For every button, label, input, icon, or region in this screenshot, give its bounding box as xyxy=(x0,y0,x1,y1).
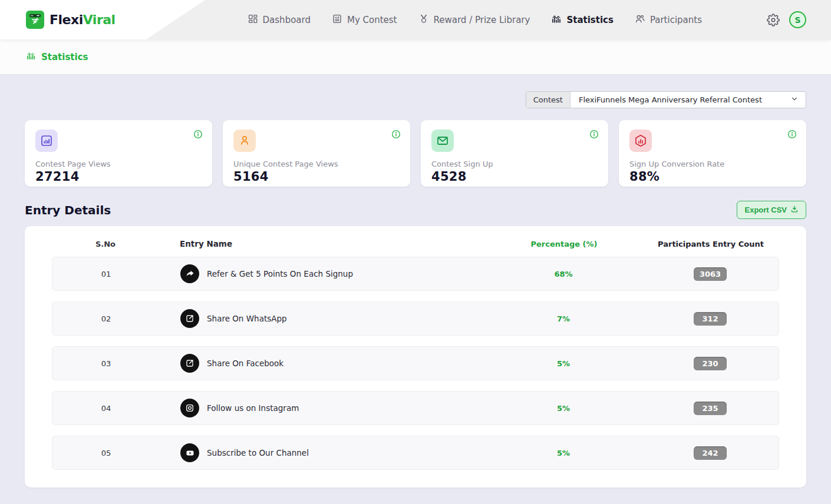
conversion-hexagon-icon xyxy=(629,130,652,152)
table-header-row: S.No Entry Name Percentage (%) Participa… xyxy=(52,239,779,257)
row-sno: 02 xyxy=(52,314,160,323)
flexiviral-logo-icon xyxy=(26,11,44,29)
entry-name: Follow us on Instagram xyxy=(207,403,299,413)
stat-card-value: 88% xyxy=(629,170,796,184)
settings-gear-icon[interactable] xyxy=(767,14,780,26)
row-sno: 03 xyxy=(52,359,160,368)
col-header-entry-count: Participants Entry Count xyxy=(642,240,779,248)
youtube-icon xyxy=(180,443,199,462)
contest-doc-icon xyxy=(332,14,342,26)
col-header-percentage: Percentage (%) xyxy=(486,240,642,248)
contest-select-label: Contest xyxy=(526,92,571,108)
stat-card-unique-page-views: Unique Contest Page Views 5164 xyxy=(223,120,410,187)
nav-item-my-contest[interactable]: My Contest xyxy=(332,14,397,26)
info-icon[interactable] xyxy=(391,130,401,139)
entry-name: Share On Facebook xyxy=(207,359,283,368)
info-icon[interactable] xyxy=(787,130,797,139)
top-navbar: FlexiViral Dashboard My Contest xyxy=(0,0,831,39)
entry-percentage: 5% xyxy=(485,359,642,368)
entry-count-badge: 312 xyxy=(694,312,727,326)
table-row: 01 Refer & Get 5 Points On Each Signup 6… xyxy=(52,257,779,291)
nav-item-participants[interactable]: Participants xyxy=(635,14,702,26)
export-csv-label: Export CSV xyxy=(744,205,787,214)
entry-count-badge: 230 xyxy=(694,357,727,370)
page-views-chart-icon xyxy=(35,130,58,152)
brand-name: FlexiViral xyxy=(50,12,116,27)
entry-count-badge: 235 xyxy=(694,402,727,415)
stat-cards-row: Contest Page Views 27214 Unique Contest … xyxy=(25,120,806,187)
info-icon[interactable] xyxy=(589,130,599,139)
stat-card-contest-page-views: Contest Page Views 27214 xyxy=(25,120,212,187)
stat-card-label: Unique Contest Page Views xyxy=(233,160,400,168)
stat-card-label: Contest Page Views xyxy=(35,160,202,168)
breadcrumb-bar: Statistics xyxy=(0,39,831,75)
nav-label: Statistics xyxy=(566,15,613,25)
row-sno: 05 xyxy=(52,449,160,457)
page-title: Entry Details xyxy=(25,203,111,217)
bar-chart-icon xyxy=(26,51,36,63)
brand-logo[interactable]: FlexiViral xyxy=(26,11,116,29)
breadcrumb[interactable]: Statistics xyxy=(41,52,88,62)
people-icon xyxy=(635,14,645,26)
entry-percentage: 5% xyxy=(485,449,642,457)
entry-details-table: S.No Entry Name Percentage (%) Participa… xyxy=(25,226,806,488)
col-header-entry-name: Entry Name xyxy=(159,239,486,248)
contest-select[interactable]: Contest FlexiFunnels Mega Anniversary Re… xyxy=(526,91,806,108)
unique-visitor-icon xyxy=(233,130,256,152)
chevron-down-icon xyxy=(790,95,799,105)
entry-percentage: 7% xyxy=(485,314,642,323)
download-icon xyxy=(790,205,799,215)
user-avatar[interactable]: S xyxy=(789,11,806,28)
header-actions: S xyxy=(767,11,806,28)
nav-item-reward-prize-library[interactable]: Reward / Prize Library xyxy=(418,14,530,26)
nav-label: Reward / Prize Library xyxy=(434,15,530,25)
entry-count-badge: 242 xyxy=(694,446,727,460)
stat-card-label: Contest Sign Up xyxy=(431,160,598,168)
stat-card-contest-sign-up: Contest Sign Up 4528 xyxy=(421,120,608,187)
table-row: 04 Follow us on Instagram 5% 235 xyxy=(52,391,779,425)
contest-selected-value: FlexiFunnels Mega Anniversary Referral C… xyxy=(579,95,762,104)
entry-name: Subscribe to Our Channel xyxy=(207,448,309,457)
stat-card-value: 4528 xyxy=(431,170,598,184)
share-arrow-icon xyxy=(180,264,199,283)
contest-selector-row: Contest FlexiFunnels Mega Anniversary Re… xyxy=(25,91,806,108)
entry-percentage: 68% xyxy=(485,270,642,278)
stat-card-label: Sign Up Conversion Rate xyxy=(629,160,796,168)
export-csv-button[interactable]: Export CSV xyxy=(737,201,806,219)
entry-percentage: 5% xyxy=(485,404,642,413)
col-header-sno: S.No xyxy=(52,240,159,248)
table-row: 05 Subscribe to Our Channel 5% 242 xyxy=(52,436,779,470)
signup-mail-icon xyxy=(431,130,454,152)
nav-label: Participants xyxy=(650,15,702,25)
nav-item-dashboard[interactable]: Dashboard xyxy=(248,14,311,26)
instagram-icon xyxy=(180,399,199,417)
info-icon[interactable] xyxy=(193,130,203,139)
row-sno: 01 xyxy=(52,270,160,278)
stat-card-value: 27214 xyxy=(35,170,202,184)
share-box-icon xyxy=(180,354,199,373)
entry-name: Share On WhatsApp xyxy=(207,314,287,323)
bar-chart-icon xyxy=(551,14,562,26)
table-row: 02 Share On WhatsApp 7% 312 xyxy=(52,301,779,336)
nav-label: Dashboard xyxy=(263,15,311,25)
dashboard-grid-icon xyxy=(248,14,258,26)
entry-count-badge: 3063 xyxy=(694,267,727,281)
entry-name: Refer & Get 5 Points On Each Signup xyxy=(207,269,353,278)
medal-icon xyxy=(418,14,429,26)
stat-card-value: 5164 xyxy=(233,170,400,184)
nav-item-statistics[interactable]: Statistics xyxy=(551,14,613,26)
row-sno: 04 xyxy=(52,404,160,413)
nav-label: My Contest xyxy=(347,15,397,25)
table-row: 03 Share On Facebook 5% 230 xyxy=(52,346,779,380)
stat-card-conversion-rate: Sign Up Conversion Rate 88% xyxy=(619,120,806,187)
share-box-icon xyxy=(180,309,199,328)
main-nav: Dashboard My Contest Reward / Prize Libr… xyxy=(248,14,702,26)
